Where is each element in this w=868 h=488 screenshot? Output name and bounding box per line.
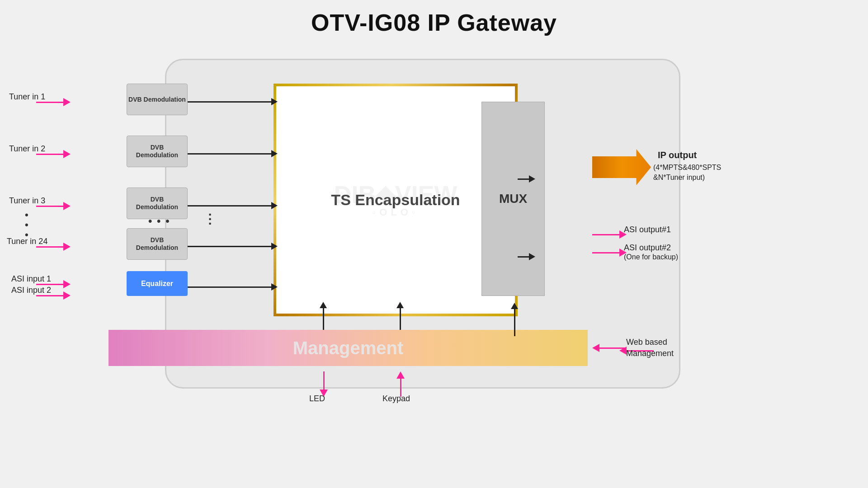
asi-output2-label: ASI output#2 — [624, 243, 671, 253]
ts-encapsulation-box: TS Encapsulation DIB◆VIEW ◦OLO◦ — [274, 84, 518, 316]
arrow-dvb3-ts — [188, 202, 278, 209]
web-mgmt-arrow-actual — [592, 344, 627, 352]
ip-output-detail: (4*MPTS&480*SPTS&N*Tuner input) — [653, 163, 721, 183]
asi-out2-arrow — [592, 249, 627, 257]
ip-output-label: IP output — [658, 150, 697, 160]
dvb-dots-2: ⋮ — [203, 211, 216, 226]
mux-box: MUX — [481, 102, 545, 296]
dvb-dots: • • • — [148, 215, 170, 227]
tuner-in-3-label: Tuner in 3 — [9, 196, 45, 206]
page-title: OTV-IG08 IP Gateway — [311, 9, 557, 36]
asi-output2-detail: (One for backup) — [624, 253, 678, 261]
arrow-dvb1-ts — [188, 98, 278, 105]
tuner-in-2-label: Tuner in 2 — [9, 144, 45, 154]
tuner-in-1-label: Tuner in 1 — [9, 92, 45, 102]
keypad-label: Keypad — [382, 394, 410, 404]
arrow-ts-mux-top — [518, 175, 535, 183]
keypad-arrow — [396, 371, 405, 397]
arrow-eq-ts — [188, 283, 278, 291]
asi-input-2-label: ASI input 2 — [11, 286, 51, 295]
asi-out1-arrow — [592, 230, 627, 239]
asi-input-1-label: ASI input 1 — [11, 274, 51, 284]
tuner-in-24-label: Tuner in 24 — [7, 237, 47, 246]
dvb-box-1: DVB Demodulation — [127, 84, 188, 115]
led-arrow — [320, 371, 328, 397]
asi-output1-label: ASI output#1 — [624, 225, 671, 235]
arrow-dvb4-ts — [188, 243, 278, 250]
tuner-dots: ••• — [25, 210, 28, 240]
dvb-box-2: DVBDemodulation — [127, 136, 188, 167]
led-label: LED — [309, 394, 325, 404]
arrow-mgmt-mux — [511, 303, 518, 336]
diagram-wrapper: TS Encapsulation DIB◆VIEW ◦OLO◦ DVB Demo… — [95, 50, 773, 443]
equalizer-box: Equalizer — [127, 271, 188, 296]
ip-output-arrow — [592, 149, 651, 185]
web-mgmt-label: Web basedManagement — [626, 337, 674, 359]
arrow-ts-mux-bottom — [518, 253, 535, 260]
ts-encapsulation-label: TS Encapsulation — [331, 191, 460, 209]
arrow-mgmt-ts1 — [320, 302, 327, 330]
arrow-mgmt-ts2 — [396, 302, 404, 330]
dvb-box-4: DVBDemodulation — [127, 228, 188, 260]
arrow-dvb2-ts — [188, 150, 278, 157]
